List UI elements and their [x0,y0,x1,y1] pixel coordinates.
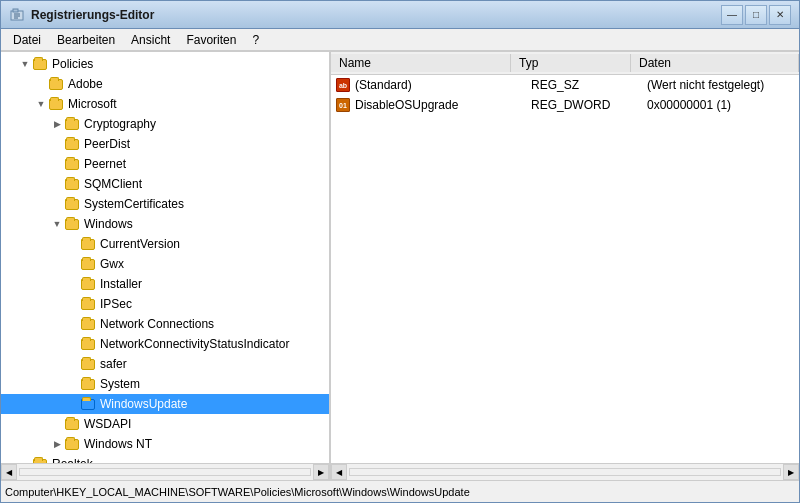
tree-node-safer[interactable]: safer [1,354,329,374]
expander-windows[interactable]: ▼ [49,216,65,232]
right-scroll-left[interactable]: ◀ [331,464,347,480]
expander-currentversion[interactable] [65,236,81,252]
expander-policies[interactable]: ▼ [17,56,33,72]
menu-bearbeiten[interactable]: Bearbeiten [49,31,123,49]
tree-node-networkconnectivity[interactable]: NetworkConnectivityStatusIndicator [1,334,329,354]
tree-node-wsdapi[interactable]: WSDAPI [1,414,329,434]
right-scroll-track[interactable] [349,468,781,476]
label-peerdist: PeerDist [84,137,130,151]
left-scroll-track[interactable] [19,468,311,476]
left-scroll-right[interactable]: ▶ [313,464,329,480]
folder-icon-windowsupdate [81,397,97,411]
menu-help[interactable]: ? [244,31,267,49]
label-wsdapi: WSDAPI [84,417,131,431]
col-header-data[interactable]: Daten [631,54,799,72]
expander-systemcertificates[interactable] [49,196,65,212]
tree-node-gwx[interactable]: Gwx [1,254,329,274]
label-policies: Policies [52,57,93,71]
reg-type-disableosupgrade: REG_DWORD [531,98,647,112]
menu-datei[interactable]: Datei [5,31,49,49]
tree-node-windows[interactable]: ▼ Windows [1,214,329,234]
label-networkconnectivity: NetworkConnectivityStatusIndicator [100,337,289,351]
tree-node-sqmclient[interactable]: SQMClient [1,174,329,194]
registry-values-list: ab (Standard) REG_SZ (Wert nicht festgel… [331,75,799,463]
menu-favoriten[interactable]: Favoriten [178,31,244,49]
close-button[interactable]: ✕ [769,5,791,25]
tree-node-microsoft[interactable]: ▼ Microsoft [1,94,329,114]
reg-name-standard: (Standard) [355,78,531,92]
expander-networkconnections[interactable] [65,316,81,332]
label-installer: Installer [100,277,142,291]
tree-node-cryptography[interactable]: ▶ Cryptography [1,114,329,134]
expander-gwx[interactable] [65,256,81,272]
col-header-name[interactable]: Name [331,54,511,72]
folder-icon-policies [33,57,49,71]
expander-realtek[interactable] [17,456,33,463]
label-windowsnt: Windows NT [84,437,152,451]
title-bar: Registrierungs-Editor — □ ✕ [1,1,799,29]
folder-icon-peernet [65,157,81,171]
col-header-type[interactable]: Typ [511,54,631,72]
tree-node-windowsnt[interactable]: ▶ Windows NT [1,434,329,454]
expander-safer[interactable] [65,356,81,372]
expander-microsoft[interactable]: ▼ [33,96,49,112]
folder-icon-sqmclient [65,177,81,191]
label-windowsupdate: WindowsUpdate [100,397,187,411]
tree-scroll[interactable]: ▼ Policies Adobe ▼ [1,52,329,463]
left-scroll-left[interactable]: ◀ [1,464,17,480]
expander-peernet[interactable] [49,156,65,172]
right-hscroll[interactable]: ◀ ▶ [331,464,799,480]
expander-wsdapi[interactable] [49,416,65,432]
tree-node-adobe[interactable]: Adobe [1,74,329,94]
expander-networkconnectivity[interactable] [65,336,81,352]
minimize-button[interactable]: — [721,5,743,25]
expander-peerdist[interactable] [49,136,65,152]
horizontal-scrollbar-area: ◀ ▶ ◀ ▶ [1,463,799,480]
svg-rect-1 [13,9,18,12]
expander-windowsupdate[interactable] [65,396,81,412]
reg-data-standard: (Wert nicht festgelegt) [647,78,795,92]
tree-node-peernet[interactable]: Peernet [1,154,329,174]
expander-ipsec[interactable] [65,296,81,312]
dword-icon: 01 [336,98,350,112]
folder-icon-realtek [33,457,49,463]
expander-windowsnt[interactable]: ▶ [49,436,65,452]
reg-row-standard[interactable]: ab (Standard) REG_SZ (Wert nicht festgel… [331,75,799,95]
tree-node-currentversion[interactable]: CurrentVersion [1,234,329,254]
tree-pane: ▼ Policies Adobe ▼ [1,52,331,463]
expander-cryptography[interactable]: ▶ [49,116,65,132]
expander-adobe[interactable] [33,76,49,92]
folder-icon-installer [81,277,97,291]
tree-node-peerdist[interactable]: PeerDist [1,134,329,154]
right-scroll-right[interactable]: ▶ [783,464,799,480]
tree-node-installer[interactable]: Installer [1,274,329,294]
tree-node-ipsec[interactable]: IPSec [1,294,329,314]
label-currentversion: CurrentVersion [100,237,180,251]
expander-installer[interactable] [65,276,81,292]
label-safer: safer [100,357,127,371]
menu-ansicht[interactable]: Ansicht [123,31,178,49]
folder-icon-ipsec [81,297,97,311]
sz-icon: ab [336,78,350,92]
tree-node-realtek[interactable]: Realtek [1,454,329,463]
label-windows: Windows [84,217,133,231]
folder-icon-systemcertificates [65,197,81,211]
expander-sqmclient[interactable] [49,176,65,192]
label-system: System [100,377,140,391]
folder-icon-adobe [49,77,65,91]
tree-node-systemcertificates[interactable]: SystemCertificates [1,194,329,214]
tree-node-policies[interactable]: ▼ Policies [1,54,329,74]
folder-icon-system [81,377,97,391]
status-text: Computer\HKEY_LOCAL_MACHINE\SOFTWARE\Pol… [5,486,470,498]
maximize-button[interactable]: □ [745,5,767,25]
folder-icon-gwx [81,257,97,271]
tree-node-system[interactable]: System [1,374,329,394]
left-hscroll[interactable]: ◀ ▶ [1,464,331,480]
tree-node-networkconnections[interactable]: Network Connections [1,314,329,334]
column-headers: Name Typ Daten [331,52,799,75]
reg-row-disableosupgrade[interactable]: 01 DisableOSUpgrade REG_DWORD 0x00000001… [331,95,799,115]
folder-icon-windowsnt [65,437,81,451]
expander-system[interactable] [65,376,81,392]
tree-node-windowsupdate[interactable]: WindowsUpdate [1,394,329,414]
label-peernet: Peernet [84,157,126,171]
